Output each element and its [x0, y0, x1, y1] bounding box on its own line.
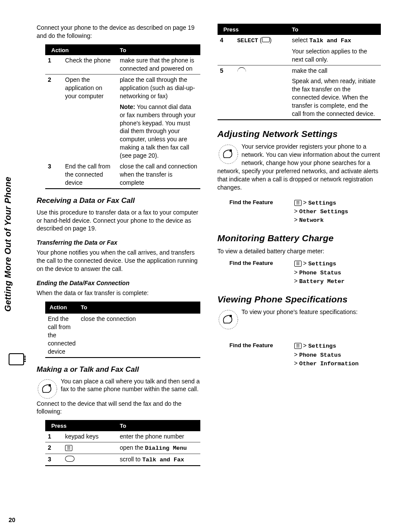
send-call-icon — [237, 67, 246, 72]
menu-key-icon: ☰ — [65, 445, 72, 451]
two-column-layout: Connect your phone to the device as desc… — [0, 0, 411, 470]
to-pre: open the — [120, 444, 145, 451]
press-table-d: Press To 4 SELECT () select Talk and Fax — [218, 24, 381, 120]
para-network-wrap: Your service provider registers your pho… — [218, 143, 381, 196]
side-tab-title: Getting More Out of Your Phone — [2, 177, 14, 311]
nav-phone-status: Phone Status — [299, 352, 341, 358]
heading-network: Adjusting Network Settings — [218, 128, 381, 140]
para-spec-wrap: To view your phone's feature specificati… — [218, 308, 381, 330]
nav-battery-meter: Battery Meter — [299, 278, 345, 285]
close-paren: ) — [270, 37, 272, 44]
to-mono: Talk and Fax — [142, 457, 184, 463]
blank — [218, 46, 235, 65]
cell-action — [62, 102, 117, 161]
svg-point-2 — [219, 145, 238, 164]
cell-press: SELECT () — [235, 35, 290, 46]
nav-network: Network — [299, 217, 324, 224]
step-num: 2 — [45, 75, 62, 102]
to-pre: scroll to — [120, 456, 142, 463]
network-subscription-feature-icon — [37, 378, 58, 400]
find-label: Find the Feature — [230, 342, 294, 368]
heading-battery: Monitoring Battery Charge — [218, 232, 381, 244]
para-transferring: Your phone notifies you when the call ar… — [37, 249, 200, 273]
select-label: SELECT — [237, 37, 258, 44]
cell-to: Speak and, when ready, initiate the fax … — [290, 76, 381, 119]
cell-to: Your selection applies to the next call … — [290, 46, 381, 65]
nav-phone-status: Phone Status — [299, 270, 341, 276]
para-battery: To view a detailed battery charge meter: — [218, 247, 381, 255]
find-feature-network: Find the Feature ☰ > Settings > Other Se… — [230, 199, 381, 225]
heading-spec: Viewing Phone Specifications — [218, 293, 381, 305]
cell-to: close the connection — [78, 313, 200, 358]
open-paren: ( — [260, 37, 262, 44]
para-making: You can place a call where you talk and … — [37, 377, 200, 394]
softkey-icon — [262, 37, 270, 42]
page: Getting More Out of Your Phone 20 Connec… — [0, 0, 411, 532]
cell-action: End the call from the connected device — [62, 161, 117, 189]
find-label: Find the Feature — [230, 259, 294, 286]
para-network: Your service provider registers your pho… — [218, 143, 381, 191]
network-subscription-feature-icon — [218, 143, 239, 165]
nav-settings: Settings — [308, 343, 336, 349]
svg-rect-1 — [49, 384, 51, 386]
cell-to: close the call and connection when the t… — [117, 161, 200, 189]
th-press: Press — [218, 24, 290, 35]
th-action: Action — [45, 45, 117, 56]
find-label: Find the Feature — [230, 199, 294, 225]
cell-action: End the call from the connected device — [45, 313, 78, 358]
action-table-b: Action To End the call from the connecte… — [45, 302, 200, 358]
svg-rect-5 — [230, 315, 232, 317]
cell-to: enter the phone number — [117, 431, 200, 442]
nav-other-settings: Other Settings — [299, 208, 348, 215]
step-num: 5 — [218, 65, 235, 76]
cell-press: keypad keys — [62, 431, 117, 442]
heading-ending: Ending the Data/Fax Connection — [37, 279, 200, 287]
menu-key-icon: ☰ — [294, 261, 302, 267]
th-action: Action — [45, 302, 78, 313]
intro-text: Connect your phone to the device as desc… — [37, 24, 200, 40]
step-num: 1 — [45, 55, 62, 74]
cell-to: open the Dialing Menu — [117, 442, 200, 454]
cell-to: scroll to Talk and Fax — [117, 454, 200, 466]
cell-press: ☰ — [62, 442, 117, 454]
svg-point-4 — [219, 310, 238, 329]
blank — [218, 76, 235, 119]
para-making-wrap: You can place a call where you talk and … — [37, 377, 200, 400]
blank — [235, 76, 290, 119]
left-column: Connect your phone to the device as desc… — [37, 24, 200, 470]
svg-rect-3 — [230, 149, 232, 152]
cell-press — [235, 65, 290, 76]
step-num: 2 — [45, 442, 62, 454]
to-pre: select — [292, 37, 309, 44]
para-making2: Connect to the device that will send the… — [37, 400, 200, 416]
menu-key-icon: ☰ — [294, 200, 302, 206]
para-receiving: Use this procedure to transfer data or a… — [37, 208, 200, 233]
step-num — [45, 102, 62, 161]
heading-receiving: Receiving a Data or Fax Call — [37, 196, 200, 206]
cell-to: select Talk and Fax — [290, 35, 381, 46]
page-number: 20 — [9, 516, 16, 524]
scroll-key-icon — [65, 456, 75, 462]
cell-action: Check the phone — [62, 55, 117, 74]
nav-settings: Settings — [308, 200, 336, 206]
to-mono: Dialing Menu — [145, 445, 187, 451]
heading-making: Making a or Talk and Fax Call — [37, 365, 200, 375]
find-path: ☰ > Settings > Phone Status > Battery Me… — [294, 259, 381, 286]
phone-computer-icon — [9, 353, 24, 365]
blank — [235, 46, 290, 65]
cell-action: Open the application on your computer — [62, 75, 117, 102]
nav-settings: Settings — [308, 261, 336, 267]
th-to: To — [117, 420, 200, 431]
step-num: 3 — [45, 454, 62, 466]
cell-press — [62, 454, 117, 466]
th-to: To — [117, 45, 200, 56]
cell-to: place the call through the application (… — [117, 75, 200, 102]
network-subscription-feature-icon — [218, 309, 239, 330]
nav-other-information: Other Information — [299, 361, 359, 367]
step-num: 1 — [45, 431, 62, 442]
th-to: To — [290, 24, 381, 35]
th-press: Press — [45, 420, 117, 431]
find-path: ☰ > Settings > Phone Status > Other Info… — [294, 342, 381, 368]
svg-point-0 — [38, 380, 57, 398]
cell-to: make the call — [290, 65, 381, 76]
